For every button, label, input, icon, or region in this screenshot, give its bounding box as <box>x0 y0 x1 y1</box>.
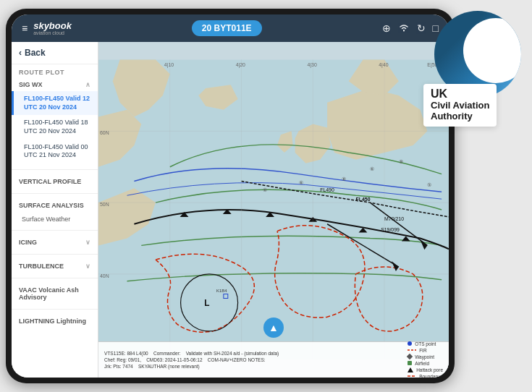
lightning-item[interactable]: LIGHTNING Lightning <box>12 312 98 330</box>
svg-text:K1B4: K1B4 <box>216 289 227 293</box>
svg-text:⑤: ⑤ <box>427 182 431 187</box>
legend-hattack: Hattack pore <box>408 367 443 372</box>
ots-dot-icon <box>408 341 412 346</box>
legend-ots: OTS point <box>408 341 443 346</box>
route-plot-header: ROUTE PLOT <box>12 64 98 78</box>
map-bottom-info: VTS115E: 884 L4(00 Commander: Validate w… <box>104 350 408 370</box>
sig-wx-section: SIG WX ∧ FL100-FL450 Valid 12 UTC 20 Nov… <box>12 78 98 166</box>
svg-text:⑨: ⑨ <box>399 159 403 164</box>
legend-airfield: Airfield <box>408 361 443 366</box>
legend-waypoint: Waypoint <box>408 354 443 359</box>
sig-wx-header[interactable]: SIG WX ∧ <box>12 78 98 91</box>
sidebar: ‹ Back ROUTE PLOT SIG WX ∧ FL100-FL450 V… <box>12 42 98 378</box>
legend-boundary-label: Boundary <box>419 374 439 378</box>
surface-analysis-item[interactable]: SURFACE ANALYSIS <box>12 197 98 214</box>
caa-uk-text: UK <box>431 88 489 100</box>
svg-text:4|20: 4|20 <box>236 62 245 68</box>
caa-civil-text: Civil Aviation <box>431 100 489 111</box>
bottom-row-2: Chef: Reg: 09/01, CMD63: 2024-11-05-06:1… <box>104 357 408 363</box>
tablet-screen: ≡ skybook aviation cloud 20 BYT011E ⊕ <box>12 14 449 378</box>
vaac-label: VAAC Volcanic Ash Advisory <box>19 286 90 301</box>
vertical-profile-label: VERTICAL PROFILE <box>19 178 81 185</box>
surface-weather-label: Surface Weather <box>12 214 98 227</box>
svg-text:⑥: ⑥ <box>263 187 267 192</box>
svg-text:FL450: FL450 <box>356 197 371 202</box>
sig-wx-item-2[interactable]: FL100-FL450 Valid 00 UTC 21 Nov 2024 <box>12 140 98 163</box>
divider-3 <box>12 230 98 231</box>
divider-1 <box>12 169 98 170</box>
map-area[interactable]: L FL450 M70/210 S19/099 FL490 4|10 <box>98 42 449 378</box>
caa-circle-inner <box>463 18 521 83</box>
surface-analysis-label: SURFACE ANALYSIS <box>19 202 84 209</box>
svg-text:⑥: ⑥ <box>299 180 303 185</box>
sig-wx-label: SIG WX <box>19 81 43 88</box>
lightning-label: LIGHTNING Lightning <box>19 318 86 325</box>
legend-ots-label: OTS point <box>415 341 436 346</box>
legend-fir: FIR <box>408 348 443 353</box>
up-arrow-button[interactable]: ▲ <box>263 318 284 338</box>
divider-6 <box>12 309 98 310</box>
back-label: Back <box>25 48 46 58</box>
skybook-logo: skybook aviation cloud <box>33 21 72 35</box>
svg-text:L: L <box>204 298 209 308</box>
svg-text:60N: 60N <box>100 130 109 135</box>
svg-text:FL490: FL490 <box>320 187 334 192</box>
map-bottom-bar: VTS115E: 884 L4(00 Commander: Validate w… <box>98 341 449 378</box>
back-chevron-icon: ‹ <box>19 48 22 58</box>
legend-fir-label: FIR <box>419 348 426 353</box>
top-bar-left: ≡ skybook aviation cloud <box>22 21 72 35</box>
airfield-square-icon <box>408 361 412 365</box>
svg-text:S19/099: S19/099 <box>381 227 400 232</box>
boundary-line-icon <box>408 374 416 378</box>
svg-text:⑥: ⑥ <box>370 166 374 171</box>
top-bar: ≡ skybook aviation cloud 20 BYT011E ⊕ <box>12 14 449 42</box>
legend-waypoint-label: Waypoint <box>415 354 434 359</box>
app-title: skybook <box>33 21 72 30</box>
wifi-icon[interactable] <box>398 22 410 34</box>
icing-chevron-icon: ∨ <box>85 239 90 246</box>
vaac-item[interactable]: VAAC Volcanic Ash Advisory <box>12 281 98 306</box>
caa-overlay: UK Civil Aviation Authority <box>423 11 521 127</box>
back-button[interactable]: ‹ Back <box>12 42 98 64</box>
hamburger-icon[interactable]: ≡ <box>22 22 28 34</box>
svg-text:40N: 40N <box>100 273 109 278</box>
hattack-triangle-icon <box>408 367 413 372</box>
svg-point-0 <box>403 30 405 32</box>
icing-label: ICING <box>19 239 37 246</box>
divider-4 <box>12 254 98 255</box>
legend-hattack-label: Hattack pore <box>416 367 443 372</box>
legend-boundary: Boundary <box>408 374 443 378</box>
turbulence-item[interactable]: TURBULENCE ∨ <box>12 257 98 275</box>
sig-wx-item-1[interactable]: FL100-FL450 Valid 18 UTC 20 Nov 2024 <box>12 115 98 139</box>
icing-item[interactable]: ICING ∨ <box>12 234 98 251</box>
sig-wx-chevron-icon: ∧ <box>85 81 90 88</box>
location-icon[interactable]: ⊕ <box>382 22 391 34</box>
svg-text:4|40: 4|40 <box>379 62 388 68</box>
app-subtitle: aviation cloud <box>33 30 72 35</box>
divider-5 <box>12 278 98 278</box>
svg-text:4|10: 4|10 <box>164 62 174 68</box>
divider-2 <box>12 193 98 194</box>
waypoint-diamond-icon <box>407 354 413 359</box>
caa-authority-text: Authority <box>431 111 489 122</box>
bottom-row-1: VTS115E: 884 L4(00 Commander: Validate w… <box>104 350 408 357</box>
tablet-frame: ≡ skybook aviation cloud 20 BYT011E ⊕ <box>6 9 455 383</box>
map-legend: OTS point FIR Waypoint Airfield <box>408 341 443 378</box>
bottom-row-3: Jrk: Pts: 7474 SKYAUTHAR (none relevant) <box>104 363 408 370</box>
turbulence-label: TURBULENCE <box>19 263 64 270</box>
legend-airfield-label: Airfield <box>415 361 429 366</box>
svg-text:M70/210: M70/210 <box>384 216 404 221</box>
svg-text:4|30: 4|30 <box>307 62 316 68</box>
fir-line-icon <box>408 348 416 352</box>
svg-text:50N: 50N <box>100 202 109 207</box>
main-content: ‹ Back ROUTE PLOT SIG WX ∧ FL100-FL450 V… <box>12 42 449 378</box>
caa-text-box: UK Civil Aviation Authority <box>423 84 497 127</box>
flight-id-button[interactable]: 20 BYT011E <box>192 20 262 36</box>
sig-wx-item-0[interactable]: FL100-FL450 Valid 12 UTC 20 Nov 2024 <box>12 91 98 115</box>
vertical-profile-item[interactable]: VERTICAL PROFILE <box>12 173 98 190</box>
turbulence-chevron-icon: ∨ <box>85 263 90 270</box>
svg-text:⑧: ⑧ <box>342 176 346 182</box>
